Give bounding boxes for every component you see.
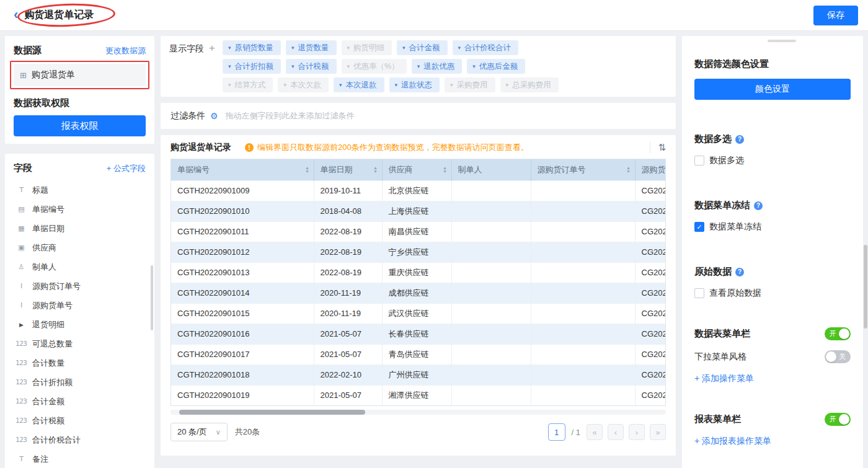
chip-amount-after-discount[interactable]: ▾优惠后金额: [467, 59, 525, 74]
field-item-total-qty[interactable]: 123合计数量: [5, 353, 154, 373]
table-row[interactable]: CGTH202209010152020-11-19武汉供应链CG2022: [171, 303, 666, 324]
back-icon[interactable]: ‹: [14, 7, 18, 23]
chip-purchase-cost[interactable]: ▾采购费用: [445, 77, 495, 92]
chip-total-discount[interactable]: ▾合计折扣额: [223, 59, 281, 74]
help-icon[interactable]: ?: [735, 268, 744, 276]
datasource-item[interactable]: ⊞ 购货退货单: [14, 64, 146, 86]
field-item-total-tax[interactable]: 123合计税额: [5, 411, 154, 430]
sort-tool-icon[interactable]: ⇅: [658, 142, 666, 153]
chip-total-amount[interactable]: ▾合计金额: [397, 40, 448, 55]
number-field-icon: 123: [15, 359, 27, 367]
table-row[interactable]: CGTH202209010102018-04-08上海供应链CG2022: [171, 201, 666, 221]
field-item-total-discount[interactable]: 123合计折扣额: [5, 373, 154, 392]
field-item-doc-no[interactable]: ▤单据编号: [5, 200, 154, 219]
chip-return-qty[interactable]: ▾退货数量: [286, 40, 337, 55]
field-item-source-doc-no[interactable]: I源购货单号: [5, 296, 154, 315]
field-item-total-incl-tax[interactable]: 123合计价税合计: [5, 430, 154, 449]
chip-original-sales-qty[interactable]: ▾原销货数量: [223, 40, 281, 55]
dropdown-style-toggle[interactable]: 关: [825, 350, 851, 363]
report-menu-toggle[interactable]: 开: [825, 413, 851, 426]
prev-page-button[interactable]: ‹: [608, 424, 624, 440]
chip-current-debt[interactable]: ▾本次欠款: [278, 77, 329, 92]
table-row[interactable]: CGTH202209010092019-10-11北京供应链CG2022: [171, 180, 666, 201]
help-icon[interactable]: ?: [735, 135, 744, 144]
first-page-button[interactable]: «: [587, 424, 603, 440]
chip-settlement-method[interactable]: ▾结算方式: [223, 77, 273, 92]
table-menu-toggle[interactable]: 开: [825, 327, 851, 340]
last-page-button[interactable]: »: [650, 424, 666, 440]
multi-select-checkbox[interactable]: 数据多选: [694, 155, 851, 166]
field-item-remark[interactable]: T备注: [5, 449, 154, 468]
add-display-field-icon[interactable]: +: [209, 42, 215, 92]
menu-freeze-checkbox[interactable]: ✓ 数据菜单冻结: [694, 221, 851, 232]
current-page-input[interactable]: 1: [548, 423, 565, 441]
cell-source-order-no: [531, 344, 635, 364]
chip-refund-discount[interactable]: ▾退款优惠: [412, 59, 463, 74]
sort-icon[interactable]: ▴▾: [374, 166, 376, 174]
table-row[interactable]: CGTH202209010182022-02-10广州供应链CG2022: [171, 364, 666, 385]
page-scrollbar[interactable]: [864, 245, 867, 329]
sort-icon[interactable]: ▴▾: [306, 166, 308, 174]
table-row[interactable]: CGTH202209010162021-05-07长春供应链CG2022: [171, 324, 666, 344]
chip-refund-status[interactable]: ▾退款状态: [389, 77, 440, 92]
chip-label: 采购费用: [457, 80, 488, 91]
field-item-total-amount[interactable]: 123合计金额: [5, 392, 154, 411]
add-report-menu-link[interactable]: + 添加报表操作菜单: [694, 436, 771, 447]
column-header-source-doc-no[interactable]: 源购货单号: [635, 159, 666, 180]
field-item-doc-date[interactable]: ▦单据日期: [5, 219, 154, 238]
field-item-creator[interactable]: ♙制单人: [5, 257, 154, 276]
table-row[interactable]: CGTH202209010122022-08-19宁乡供应链CG2022: [171, 242, 666, 262]
page-size-select[interactable]: 20 条/页 ∨: [170, 423, 228, 441]
column-header-doc-date[interactable]: 单据日期▴▾: [314, 159, 382, 180]
help-icon[interactable]: ?: [754, 201, 763, 210]
raw-data-checkbox[interactable]: 查看原始数据: [694, 288, 851, 299]
report-permission-button[interactable]: 报表权限: [14, 115, 146, 136]
sort-icon[interactable]: ▴▾: [443, 166, 446, 174]
table-row[interactable]: CGTH202209010192021-05-07湘潭供应链CG2022: [171, 385, 666, 405]
section-title-text: 数据筛选颜色设置: [694, 58, 769, 70]
field-item-returnable-qty[interactable]: 123可退总数量: [5, 334, 154, 353]
chip-total-tax[interactable]: ▾合计税额: [286, 59, 337, 74]
datasource-icon: ⊞: [20, 71, 27, 80]
next-page-button[interactable]: ›: [629, 424, 645, 440]
field-item-supplier[interactable]: ▣供应商: [5, 238, 154, 257]
column-header-supplier[interactable]: 供应商▴▾: [382, 159, 451, 180]
field-item-source-order-no[interactable]: I源购货订单号: [5, 276, 154, 296]
field-item-return-detail[interactable]: ▶退货明细: [5, 315, 154, 334]
cell-supplier: 南昌供应链: [382, 221, 451, 242]
horizontal-scrollbar[interactable]: [170, 410, 666, 415]
change-datasource-link[interactable]: 更改数据源: [105, 45, 146, 56]
cell-doc-no: CGTH20220901011: [171, 221, 314, 242]
table-row[interactable]: CGTH202209010112022-08-19南昌供应链CG2022: [171, 221, 666, 242]
cell-source-order-no: [531, 201, 635, 221]
gear-icon[interactable]: ⚙: [210, 111, 218, 121]
chip-discount-rate[interactable]: ▾优惠率（%）: [342, 59, 407, 74]
fields-scrollbar[interactable]: [151, 265, 153, 330]
add-formula-field-link[interactable]: + 公式字段: [107, 163, 146, 174]
field-item-title[interactable]: T标题: [5, 180, 154, 200]
chip-total-purchase-cost[interactable]: ▾总采购费用: [500, 77, 559, 92]
cell-supplier: 成都供应链: [382, 283, 451, 303]
horizontal-scrollbar-thumb[interactable]: [179, 410, 365, 415]
column-header-source-order-no[interactable]: 源购货订单号▴▾: [531, 159, 635, 180]
chip-purchase-detail[interactable]: ▾购货明细: [342, 40, 392, 55]
cell-source-order-no: [531, 364, 635, 385]
cell-doc-date: 2018-04-08: [314, 201, 382, 221]
table-row[interactable]: CGTH202209010172021-05-07青岛供应链CG2022: [171, 344, 666, 364]
checkbox-checked-icon: ✓: [694, 222, 704, 232]
column-header-doc-no[interactable]: 单据编号▴▾: [171, 159, 314, 180]
page-title: 购货退货单记录: [24, 9, 94, 22]
save-button[interactable]: 保存: [813, 6, 858, 25]
table-row[interactable]: CGTH202209010132022-08-19重庆供应链CG2022: [171, 262, 666, 283]
color-settings-button[interactable]: 颜色设置: [694, 79, 851, 100]
toggle-on-label: 开: [830, 329, 836, 338]
filter-bar[interactable]: 过滤条件 ⚙ 拖动左侧字段到此处来添加过滤条件: [161, 103, 676, 129]
color-section-title: 数据筛选颜色设置: [694, 58, 851, 70]
add-action-menu-link[interactable]: + 添加操作菜单: [694, 373, 754, 384]
table-row[interactable]: CGTH202209010142020-11-19成都供应链CG2022: [171, 283, 666, 303]
chip-current-refund[interactable]: ▾本次退款: [334, 77, 384, 92]
column-header-creator[interactable]: 制单人: [451, 159, 531, 180]
chip-total-incl-tax[interactable]: ▾合计价税合计: [453, 40, 519, 55]
settings-panel: 数据筛选颜色设置 颜色设置 数据多选 ? 数据多选 数据菜单冻结 ? ✓ 数据菜…: [682, 36, 863, 468]
sort-icon[interactable]: ▴▾: [627, 166, 629, 174]
